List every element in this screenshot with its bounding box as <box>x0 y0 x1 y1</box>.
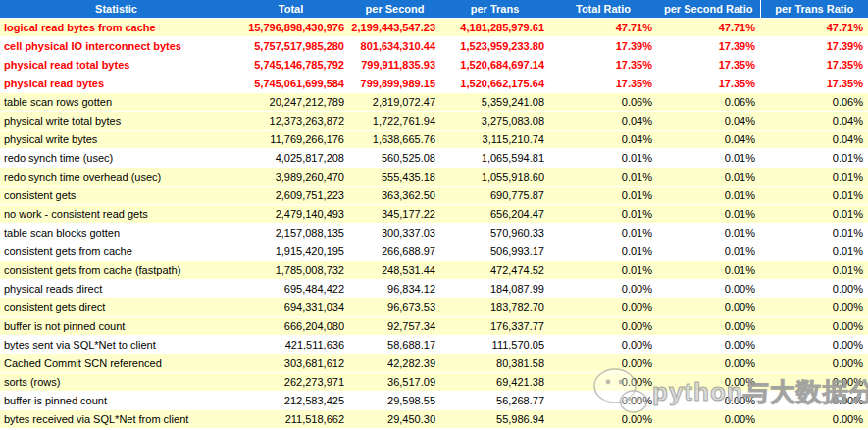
statistic-value-cell: 2,819,072.47 <box>349 93 440 112</box>
statistic-value-cell: 0.00% <box>549 298 657 317</box>
statistic-value-cell: 5,745,061,699,584 <box>232 75 349 93</box>
statistic-value-cell: 4,181,285,979.61 <box>440 19 549 37</box>
statistic-value-cell: 111,570.05 <box>440 336 549 354</box>
statistic-value-cell: 42,282.39 <box>349 354 440 373</box>
statistic-value-cell: 56,268.77 <box>440 392 549 410</box>
statistic-value-cell: 0.01% <box>760 187 868 205</box>
statistic-value-cell: 2,199,443,547.23 <box>349 19 440 37</box>
statistic-value-cell: 0.00% <box>549 392 657 410</box>
statistic-value-cell: 0.00% <box>760 317 868 336</box>
statistic-value-cell: 36,517.09 <box>349 373 440 392</box>
statistic-value-cell: 0.00% <box>760 373 868 392</box>
statistic-value-cell: 0.04% <box>549 131 657 149</box>
statistic-value-cell: 17.39% <box>657 37 760 56</box>
statistic-value-cell: 2,479,140,493 <box>232 205 349 224</box>
statistic-value-cell: 266,688.97 <box>349 242 440 261</box>
statistic-value-cell: 17.39% <box>760 37 868 56</box>
statistic-value-cell: 690,775.87 <box>440 187 549 205</box>
statistic-value-cell: 0.01% <box>760 149 868 168</box>
statistic-value-cell: 0.00% <box>760 410 868 429</box>
statistic-value-cell: 0.01% <box>760 205 868 224</box>
statistic-value-cell: 5,757,517,985,280 <box>232 37 349 56</box>
statistic-value-cell: 0.00% <box>760 392 868 410</box>
statistic-name-cell: sorts (rows) <box>0 373 232 392</box>
statistic-value-cell: 11,769,266,176 <box>232 131 349 149</box>
statistic-value-cell: 29,450.30 <box>349 410 440 429</box>
statistic-value-cell: 96,834.12 <box>349 280 440 298</box>
statistic-value-cell: 799,899,989.15 <box>349 75 440 93</box>
statistic-value-cell: 29,598.55 <box>349 392 440 410</box>
statistic-value-cell: 80,381.58 <box>440 354 549 373</box>
statistic-name-cell: consistent gets from cache <box>0 242 232 261</box>
statistics-table: StatisticTotalper Secondper TransTotal R… <box>0 0 868 429</box>
statistic-value-cell: 0.00% <box>549 410 657 429</box>
statistic-value-cell: 0.01% <box>657 149 760 168</box>
table-row: table scan rows gotten20,247,212,7892,81… <box>0 93 868 112</box>
statistic-value-cell: 0.01% <box>657 168 760 187</box>
table-row: physical read bytes5,745,061,699,584799,… <box>0 75 868 93</box>
statistic-value-cell: 0.04% <box>657 131 760 149</box>
statistic-name-cell: buffer is not pinned count <box>0 317 232 336</box>
statistic-value-cell: 69,421.38 <box>440 373 549 392</box>
statistic-value-cell: 695,484,422 <box>232 280 349 298</box>
statistic-value-cell: 17.35% <box>657 75 760 93</box>
statistic-value-cell: 0.01% <box>657 224 760 242</box>
statistic-value-cell: 0.01% <box>760 168 868 187</box>
table-row: physical write bytes11,769,266,1761,638,… <box>0 131 868 149</box>
table-row: redo synch time (usec)4,025,817,208560,5… <box>0 149 868 168</box>
statistic-value-cell: 0.01% <box>549 187 657 205</box>
statistic-value-cell: 0.01% <box>657 187 760 205</box>
statistic-name-cell: physical read bytes <box>0 75 232 93</box>
statistic-value-cell: 212,583,425 <box>232 392 349 410</box>
statistic-value-cell: 47.71% <box>760 19 868 37</box>
statistic-value-cell: 1,055,918.60 <box>440 168 549 187</box>
statistic-value-cell: 0.00% <box>549 336 657 354</box>
column-header-per-second: per Second <box>349 0 440 19</box>
statistic-value-cell: 0.00% <box>760 354 868 373</box>
statistic-value-cell: 17.35% <box>549 75 657 93</box>
statistic-value-cell: 184,087.99 <box>440 280 549 298</box>
statistic-value-cell: 0.01% <box>657 261 760 280</box>
statistic-value-cell: 5,359,241.08 <box>440 93 549 112</box>
table-row: buffer is pinned count212,583,42529,598.… <box>0 392 868 410</box>
statistic-value-cell: 1,785,008,732 <box>232 261 349 280</box>
statistic-value-cell: 20,247,212,789 <box>232 93 349 112</box>
statistic-value-cell: 0.06% <box>549 93 657 112</box>
statistic-value-cell: 0.04% <box>760 131 868 149</box>
statistic-value-cell: 0.01% <box>760 242 868 261</box>
statistic-value-cell: 3,989,260,470 <box>232 168 349 187</box>
statistic-value-cell: 0.01% <box>657 205 760 224</box>
statistic-value-cell: 4,025,817,208 <box>232 149 349 168</box>
statistic-value-cell: 3,115,210.74 <box>440 131 549 149</box>
statistic-value-cell: 0.00% <box>657 280 760 298</box>
table-row: sorts (rows)262,273,97136,517.0969,421.3… <box>0 373 868 392</box>
table-row: no work - consistent read gets2,479,140,… <box>0 205 868 224</box>
statistic-name-cell: physical write bytes <box>0 131 232 149</box>
statistic-value-cell: 300,337.03 <box>349 224 440 242</box>
statistic-value-cell: 570,960.33 <box>440 224 549 242</box>
statistic-name-cell: consistent gets direct <box>0 298 232 317</box>
statistic-name-cell: bytes sent via SQL*Net to client <box>0 336 232 354</box>
statistic-value-cell: 0.01% <box>549 224 657 242</box>
statistic-name-cell: buffer is pinned count <box>0 392 232 410</box>
statistic-value-cell: 0.04% <box>549 112 657 131</box>
statistic-value-cell: 656,204.47 <box>440 205 549 224</box>
statistic-value-cell: 0.00% <box>657 336 760 354</box>
statistic-value-cell: 17.39% <box>549 37 657 56</box>
statistic-value-cell: 0.04% <box>760 112 868 131</box>
statistic-value-cell: 421,511,636 <box>232 336 349 354</box>
statistic-value-cell: 262,273,971 <box>232 373 349 392</box>
statistic-value-cell: 0.00% <box>549 317 657 336</box>
statistic-value-cell: 0.00% <box>760 280 868 298</box>
statistic-value-cell: 0.00% <box>760 298 868 317</box>
statistic-value-cell: 0.01% <box>549 261 657 280</box>
header-row: StatisticTotalper Secondper TransTotal R… <box>0 0 868 19</box>
statistic-value-cell: 176,337.77 <box>440 317 549 336</box>
statistic-name-cell: cell physical IO interconnect bytes <box>0 37 232 56</box>
table-row: Cached Commit SCN referenced303,681,6124… <box>0 354 868 373</box>
statistic-name-cell: no work - consistent read gets <box>0 205 232 224</box>
statistic-value-cell: 1,722,761.94 <box>349 112 440 131</box>
statistic-value-cell: 303,681,612 <box>232 354 349 373</box>
column-header-total-ratio: Total Ratio <box>549 0 657 19</box>
statistic-value-cell: 0.06% <box>760 93 868 112</box>
